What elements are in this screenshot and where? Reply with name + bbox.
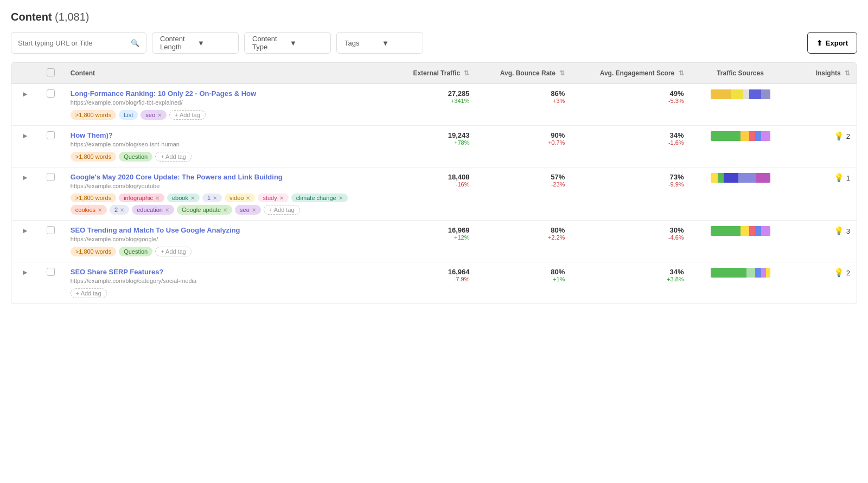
content-type-dropdown[interactable]: Content Type ▼ bbox=[244, 32, 331, 54]
tag-seo: seo✕ bbox=[141, 110, 167, 120]
expand-button[interactable]: ▶ bbox=[21, 130, 29, 141]
url-search-input[interactable] bbox=[18, 39, 126, 47]
tag-remove-icon[interactable]: ✕ bbox=[246, 195, 250, 201]
content-title-link[interactable]: SEO Trending and Match To Use Google Ana… bbox=[71, 226, 240, 234]
bounce-cell: 90% +0.7% bbox=[476, 126, 571, 168]
tag-remove-icon[interactable]: ✕ bbox=[213, 195, 217, 201]
content-title-link[interactable]: SEO Share SERP Features? bbox=[71, 268, 164, 276]
tag-remove-icon[interactable]: ✕ bbox=[120, 207, 124, 213]
traffic-value: 27,285 bbox=[390, 89, 470, 98]
engagement-cell: 73% -9.9% bbox=[571, 168, 690, 221]
engagement-value: 34% bbox=[578, 268, 684, 276]
sources-cell bbox=[691, 126, 790, 168]
bounce-change: +2.2% bbox=[482, 234, 565, 241]
add-tag-button[interactable]: + Add tag bbox=[155, 152, 192, 162]
content-title-link[interactable]: Long-Formance Ranking: 10 Only 22 - On-P… bbox=[71, 89, 256, 98]
content-url: https://example.com/blog/fid-tbt-explain… bbox=[71, 99, 376, 106]
tag-list: List bbox=[119, 110, 138, 120]
bulb-icon: 💡 bbox=[834, 131, 844, 141]
insights-cell: 💡 2 bbox=[796, 131, 850, 141]
tag-remove-icon[interactable]: ✕ bbox=[157, 112, 162, 118]
add-tag-button[interactable]: + Add tag bbox=[71, 288, 107, 298]
tag-ebook: ebook✕ bbox=[167, 194, 200, 202]
expand-cell: ▶ bbox=[11, 221, 38, 262]
col-insights-header[interactable]: Insights ⇅ bbox=[790, 63, 857, 84]
content-length-dropdown[interactable]: Content Length ▼ bbox=[152, 32, 239, 54]
tag-words: >1,800 words bbox=[71, 194, 116, 202]
expand-button[interactable]: ▶ bbox=[21, 88, 29, 99]
tag-remove-icon[interactable]: ✕ bbox=[339, 195, 343, 201]
col-bounce-header[interactable]: Avg. Bounce Rate ⇅ bbox=[476, 63, 571, 84]
bar-segment bbox=[711, 131, 741, 141]
tag-remove-icon[interactable]: ✕ bbox=[165, 207, 169, 213]
col-engagement-header[interactable]: Avg. Engagement Score ⇅ bbox=[571, 63, 690, 84]
traffic-bar bbox=[711, 173, 770, 183]
filters-bar: 🔍 Content Length ▼ Content Type ▼ Tags ▼… bbox=[11, 32, 857, 54]
export-button[interactable]: ⬆ Export bbox=[807, 32, 857, 54]
traffic-change: +341% bbox=[390, 98, 470, 104]
tag-infographic: infographic✕ bbox=[119, 194, 164, 202]
bar-segment bbox=[741, 131, 750, 141]
url-search-container: 🔍 bbox=[11, 32, 146, 54]
insights-td: 💡 2 bbox=[790, 262, 857, 304]
row-checkbox[interactable] bbox=[47, 226, 55, 234]
bar-segment bbox=[711, 173, 718, 183]
row-checkbox[interactable] bbox=[47, 173, 55, 181]
expand-button[interactable]: ▶ bbox=[21, 267, 29, 278]
bounce-change: +1% bbox=[482, 276, 565, 282]
engagement-value: 34% bbox=[578, 131, 684, 139]
bounce-value: 80% bbox=[482, 268, 565, 276]
bar-segment bbox=[731, 89, 743, 99]
tags-dropdown[interactable]: Tags ▼ bbox=[336, 32, 423, 54]
content-cell: SEO Trending and Match To Use Google Ana… bbox=[64, 221, 383, 262]
bounce-value: 80% bbox=[482, 226, 565, 234]
row-checkbox[interactable] bbox=[47, 131, 55, 139]
table-row: ▶ How Them)? https://example.com/blog/se… bbox=[11, 126, 857, 168]
bounce-cell: 86% +3% bbox=[476, 84, 571, 126]
tag-remove-icon[interactable]: ✕ bbox=[279, 195, 284, 201]
sources-cell bbox=[691, 262, 790, 304]
row-checkbox[interactable] bbox=[47, 268, 55, 276]
bar-segment bbox=[741, 226, 750, 236]
page-title: Content (1,081) bbox=[11, 11, 857, 23]
content-cell: Google's May 2020 Core Update: The Power… bbox=[64, 168, 383, 221]
bulb-icon: 💡 bbox=[834, 173, 844, 183]
table-row: ▶ Google's May 2020 Core Update: The Pow… bbox=[11, 168, 857, 221]
add-tag-button[interactable]: + Add tag bbox=[155, 247, 192, 256]
tag-seo: seo✕ bbox=[235, 205, 261, 215]
traffic-change: +12% bbox=[390, 234, 470, 241]
tag-remove-icon[interactable]: ✕ bbox=[223, 207, 227, 213]
tag-remove-icon[interactable]: ✕ bbox=[155, 195, 159, 201]
expand-cell: ▶ bbox=[11, 126, 38, 168]
bar-segment bbox=[711, 268, 746, 278]
tags-row: >1,800 wordsQuestion+ Add tag bbox=[71, 247, 376, 256]
bar-segment bbox=[743, 89, 749, 99]
bar-segment bbox=[755, 226, 761, 236]
content-title-link[interactable]: How Them)? bbox=[71, 131, 113, 139]
col-expand-header bbox=[11, 63, 38, 84]
traffic-cell: 19,243 +78% bbox=[383, 126, 476, 168]
tag-remove-icon[interactable]: ✕ bbox=[190, 195, 195, 201]
bar-segment bbox=[724, 173, 739, 183]
expand-button[interactable]: ▶ bbox=[21, 172, 29, 183]
tag-remove-icon[interactable]: ✕ bbox=[98, 207, 102, 213]
search-icon: 🔍 bbox=[131, 39, 139, 47]
tag-number: 2✕ bbox=[110, 205, 129, 215]
add-tag-button[interactable]: + Add tag bbox=[169, 110, 206, 120]
add-tag-button[interactable]: + Add tag bbox=[264, 205, 300, 215]
insights-count: 1 bbox=[846, 174, 850, 182]
insights-td: 💡 2 bbox=[790, 126, 857, 168]
bar-segment bbox=[761, 226, 770, 236]
select-all-checkbox[interactable] bbox=[47, 68, 55, 76]
traffic-bar bbox=[711, 89, 770, 99]
engagement-change: -9.9% bbox=[578, 181, 684, 188]
col-traffic-header[interactable]: External Traffic ⇅ bbox=[383, 63, 476, 84]
tag-climate: climate change✕ bbox=[291, 194, 348, 202]
engagement-change: +3.8% bbox=[578, 276, 684, 282]
engagement-value: 73% bbox=[578, 173, 684, 181]
insights-count: 3 bbox=[846, 227, 850, 235]
row-checkbox[interactable] bbox=[47, 89, 55, 98]
content-title-link[interactable]: Google's May 2020 Core Update: The Power… bbox=[71, 173, 283, 181]
tag-remove-icon[interactable]: ✕ bbox=[252, 207, 256, 213]
expand-button[interactable]: ▶ bbox=[21, 225, 29, 236]
